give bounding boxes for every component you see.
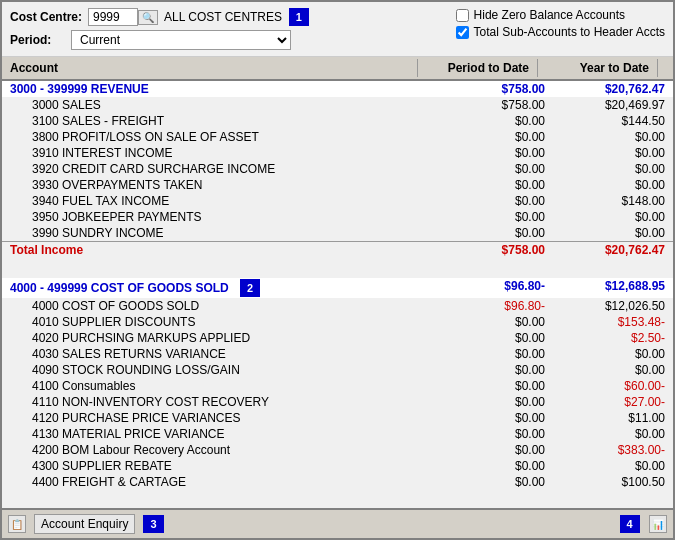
data-year: $0.00 [553, 209, 673, 225]
section-period: $758.00 [433, 81, 553, 97]
data-account: 3910 INTEREST INCOME [2, 145, 433, 161]
left-controls: Cost Centre: 🔍 ALL COST CENTRES 1 Period… [10, 8, 456, 50]
period-row: Period: Current [10, 30, 456, 50]
data-period: $0.00 [433, 458, 553, 474]
total-sub-label: Total Sub-Accounts to Header Accts [474, 25, 665, 39]
table-row[interactable]: 4130 MATERIAL PRICE VARIANCE $0.00 $0.00 [2, 426, 673, 442]
data-period: $0.00 [433, 177, 553, 193]
status-right: 4 📊 [620, 515, 667, 534]
table-row[interactable]: 3920 CREDIT CARD SURCHARGE INCOME $0.00 … [2, 161, 673, 177]
data-year: $27.00- [553, 394, 673, 410]
table-row[interactable]: 4000 - 499999 COST OF GOODS SOLD 2 $96.8… [2, 278, 673, 298]
table-row[interactable]: 3000 SALES $758.00 $20,469.97 [2, 97, 673, 113]
table-row[interactable]: 4100 Consumables $0.00 $60.00- [2, 378, 673, 394]
table-row[interactable]: 4300 SUPPLIER REBATE $0.00 $0.00 [2, 458, 673, 474]
section-year: $20,762.47 [553, 81, 673, 97]
data-year: $0.00 [553, 129, 673, 145]
data-account: 4010 SUPPLIER DISCOUNTS [2, 314, 433, 330]
data-year: $0.00 [553, 177, 673, 193]
data-year: $0.00 [553, 346, 673, 362]
data-account: 4300 SUPPLIER REBATE [2, 458, 433, 474]
badge-3: 3 [143, 515, 163, 533]
table-row[interactable]: 3000 - 399999 REVENUE $758.00 $20,762.47 [2, 81, 673, 97]
data-year: $0.00 [553, 426, 673, 442]
data-year: $0.00 [553, 362, 673, 378]
table-row[interactable]: 3990 SUNDRY INCOME $0.00 $0.00 [2, 225, 673, 241]
blank-row [2, 258, 673, 278]
account-enquiry-button[interactable]: Account Enquiry [34, 514, 135, 534]
col-account-header: Account [2, 59, 418, 77]
table-row[interactable]: 3940 FUEL TAX INCOME $0.00 $148.00 [2, 193, 673, 209]
data-year: $100.50 [553, 474, 673, 490]
hide-zero-row: Hide Zero Balance Accounts [456, 8, 625, 22]
status-icon-right[interactable]: 📊 [649, 515, 667, 533]
table-row[interactable]: Total Income $758.00 $20,762.47 [2, 241, 673, 258]
table-row[interactable]: 4000 COST OF GOODS SOLD $96.80- $12,026.… [2, 298, 673, 314]
data-period: $758.00 [433, 97, 553, 113]
table-row[interactable]: 3800 PROFIT/LOSS ON SALE OF ASSET $0.00 … [2, 129, 673, 145]
data-year: $12,026.50 [553, 298, 673, 314]
table-header: Account Period to Date Year to Date [2, 57, 673, 81]
data-account: 3000 SALES [2, 97, 433, 113]
table-row[interactable]: 4010 SUPPLIER DISCOUNTS $0.00 $153.48- [2, 314, 673, 330]
data-period: $0.00 [433, 314, 553, 330]
data-account: 4100 Consumables [2, 378, 433, 394]
status-left: 📋 Account Enquiry 3 [8, 514, 164, 534]
data-period: $0.00 [433, 378, 553, 394]
data-account: 4120 PURCHASE PRICE VARIANCES [2, 410, 433, 426]
data-period: $0.00 [433, 394, 553, 410]
data-account: 3800 PROFIT/LOSS ON SALE OF ASSET [2, 129, 433, 145]
data-period: $0.00 [433, 113, 553, 129]
total-period: $758.00 [433, 241, 553, 258]
data-account: 4200 BOM Labour Recovery Account [2, 442, 433, 458]
cost-centre-search-button[interactable]: 🔍 [138, 10, 158, 25]
hide-zero-checkbox[interactable] [456, 9, 469, 22]
section-period: $96.80- [433, 278, 553, 298]
data-account: 3990 SUNDRY INCOME [2, 225, 433, 241]
data-account: 4090 STOCK ROUNDING LOSS/GAIN [2, 362, 433, 378]
data-account: 4110 NON-INVENTORY COST RECOVERY [2, 394, 433, 410]
data-period: $0.00 [433, 346, 553, 362]
table-row[interactable]: 4120 PURCHASE PRICE VARIANCES $0.00 $11.… [2, 410, 673, 426]
table-row[interactable]: 4090 STOCK ROUNDING LOSS/GAIN $0.00 $0.0… [2, 362, 673, 378]
total-year: $20,762.47 [553, 241, 673, 258]
table-body[interactable]: 3000 - 399999 REVENUE $758.00 $20,762.47… [2, 81, 673, 508]
data-period: $0.00 [433, 410, 553, 426]
data-period: $0.00 [433, 442, 553, 458]
table-row[interactable]: 4020 PURCHSING MARKUPS APPLIED $0.00 $2.… [2, 330, 673, 346]
data-period: $0.00 [433, 426, 553, 442]
main-window: Cost Centre: 🔍 ALL COST CENTRES 1 Period… [0, 0, 675, 540]
data-year: $153.48- [553, 314, 673, 330]
col-period-header: Period to Date [418, 59, 538, 77]
table-row[interactable]: 4200 BOM Labour Recovery Account $0.00 $… [2, 442, 673, 458]
data-account: 3940 FUEL TAX INCOME [2, 193, 433, 209]
table-row[interactable]: 4400 FREIGHT & CARTAGE $0.00 $100.50 [2, 474, 673, 490]
badge-4: 4 [620, 515, 640, 533]
status-icon-left[interactable]: 📋 [8, 515, 26, 533]
data-period: $0.00 [433, 129, 553, 145]
table-row[interactable]: 3100 SALES - FREIGHT $0.00 $144.50 [2, 113, 673, 129]
table-row[interactable]: 4110 NON-INVENTORY COST RECOVERY $0.00 $… [2, 394, 673, 410]
data-period: $0.00 [433, 330, 553, 346]
hide-zero-label: Hide Zero Balance Accounts [474, 8, 625, 22]
data-account: 3930 OVERPAYMENTS TAKEN [2, 177, 433, 193]
blank-cell [2, 258, 433, 278]
total-account: Total Income [2, 241, 433, 258]
table-row[interactable]: 4030 SALES RETURNS VARIANCE $0.00 $0.00 [2, 346, 673, 362]
data-account: 4400 FREIGHT & CARTAGE [2, 474, 433, 490]
period-select[interactable]: Current [71, 30, 291, 50]
section-account: 4000 - 499999 COST OF GOODS SOLD 2 [2, 278, 433, 298]
total-sub-checkbox[interactable] [456, 26, 469, 39]
data-account: 3920 CREDIT CARD SURCHARGE INCOME [2, 161, 433, 177]
table-row[interactable]: 3950 JOBKEEPER PAYMENTS $0.00 $0.00 [2, 209, 673, 225]
cost-centre-input[interactable] [88, 8, 138, 26]
data-year: $20,469.97 [553, 97, 673, 113]
data-account: 4130 MATERIAL PRICE VARIANCE [2, 426, 433, 442]
data-year: $148.00 [553, 193, 673, 209]
status-bar: 📋 Account Enquiry 3 4 📊 [2, 508, 673, 538]
data-year: $0.00 [553, 161, 673, 177]
data-year: $383.00- [553, 442, 673, 458]
section-year: $12,688.95 [553, 278, 673, 298]
table-row[interactable]: 3910 INTEREST INCOME $0.00 $0.00 [2, 145, 673, 161]
table-row[interactable]: 3930 OVERPAYMENTS TAKEN $0.00 $0.00 [2, 177, 673, 193]
